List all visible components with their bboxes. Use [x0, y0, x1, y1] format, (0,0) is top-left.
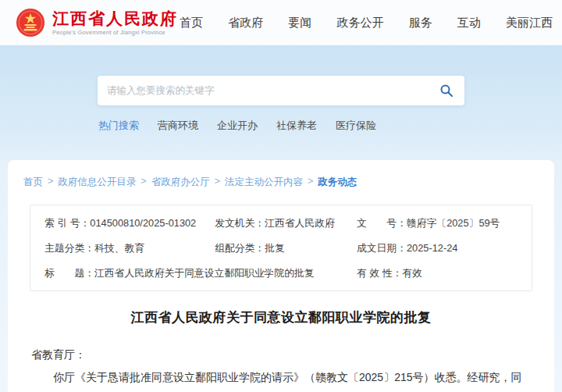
search-hero-section: 热门搜索 营商环境 企业开办 社保养老 医疗保险 — [0, 45, 562, 160]
meta-index-number: 索 引 号：014500810/2025-01302 — [44, 217, 215, 230]
meta-title-label: 标 题： — [44, 267, 94, 279]
site-subtitle: People's Government of Jiangxi Province — [52, 29, 178, 36]
document-title: 江西省人民政府关于同意设立鄱阳职业学院的批复 — [23, 308, 539, 326]
hot-search-label: 热门搜索 — [98, 119, 139, 133]
meta-issuer-value: 江西省人民政府 — [265, 217, 335, 229]
content-card: 首页 > 政府信息公开目录 > 省政府办公厅 > 法定主动公开内容 > 政务动态… — [8, 160, 554, 392]
nav-item-home[interactable]: 首页 — [180, 16, 203, 30]
breadcrumb-separator: > — [215, 176, 220, 189]
hot-tag-business-environment[interactable]: 营商环境 — [158, 119, 198, 133]
breadcrumb-gov-dynamics[interactable]: 政务动态 — [318, 176, 357, 189]
hot-tag-medical-insurance[interactable]: 医疗保险 — [336, 119, 376, 133]
nav-item-gov-affairs[interactable]: 政务公开 — [336, 16, 383, 30]
breadcrumb-home[interactable]: 首页 — [23, 176, 43, 189]
search-button[interactable] — [438, 82, 455, 99]
meta-issuing-agency: 发文机关：江西省人民政府 — [215, 217, 357, 230]
meta-group-value: 批复 — [265, 242, 285, 254]
document-body: 省教育厅： 你厅《关于恳请批准同意设立鄱阳职业学院的请示》（赣教文〔2025〕2… — [31, 344, 531, 392]
meta-date-label: 成文日期： — [357, 242, 407, 254]
breadcrumb-info-directory[interactable]: 政府信息公开目录 — [58, 176, 136, 189]
search-input[interactable] — [107, 85, 438, 96]
breadcrumb-separator: > — [140, 176, 146, 189]
top-nav: 首页 省政府 要闻 政务公开 服务 互动 美丽江西 — [180, 16, 553, 30]
meta-topic-value: 科技、教育 — [94, 242, 144, 254]
meta-valid-value: 有效 — [402, 267, 422, 279]
paragraph-addressee: 省教育厅： — [31, 344, 531, 366]
meta-issue-date: 成文日期：2025-12-24 — [357, 242, 518, 255]
paragraph-approval-intro: 你厅《关于恳请批准同意设立鄱阳职业学院的请示》（赣教文〔2025〕215号）收悉… — [31, 366, 531, 392]
nav-item-news[interactable]: 要闻 — [288, 16, 311, 30]
meta-index-value: 014500810/2025-01302 — [90, 217, 196, 229]
site-header: 江西省人民政府 People's Government of Jiangxi P… — [0, 0, 562, 45]
breadcrumb-separator: > — [308, 176, 313, 189]
nav-item-interaction[interactable]: 互动 — [457, 16, 481, 30]
meta-topic-category: 主题分类：科技、教育 — [44, 242, 215, 255]
meta-docno-value: 赣府字〔2025〕59号 — [407, 217, 500, 229]
search-box — [98, 76, 464, 105]
site-logo[interactable]: 江西省人民政府 People's Government of Jiangxi P… — [16, 8, 178, 37]
hot-search-row: 热门搜索 营商环境 企业开办 社保养老 医疗保险 — [0, 119, 562, 133]
meta-doc-number: 文 号：赣府字〔2025〕59号 — [357, 217, 518, 230]
search-icon — [439, 84, 454, 98]
main-background: 首页 > 政府信息公开目录 > 省政府办公厅 > 法定主动公开内容 > 政务动态… — [0, 160, 562, 392]
hot-tag-social-security[interactable]: 社保养老 — [276, 119, 317, 133]
breadcrumb: 首页 > 政府信息公开目录 > 省政府办公厅 > 法定主动公开内容 > 政务动态 — [23, 176, 539, 189]
meta-issuer-label: 发文机关： — [215, 217, 265, 229]
meta-validity: 有 效 性：有效 — [357, 267, 518, 280]
logo-text: 江西省人民政府 People's Government of Jiangxi P… — [52, 9, 178, 36]
meta-index-label: 索 引 号： — [44, 217, 90, 229]
meta-group-category: 组配分类：批复 — [215, 242, 357, 255]
meta-title: 标 题：江西省人民政府关于同意设立鄱阳职业学院的批复 — [44, 267, 357, 280]
hot-tag-company-setup[interactable]: 企业开办 — [217, 119, 258, 133]
document-meta-table: 索 引 号：014500810/2025-01302 发文机关：江西省人民政府 … — [30, 205, 532, 291]
meta-group-label: 组配分类： — [215, 242, 265, 254]
breadcrumb-general-office[interactable]: 省政府办公厅 — [151, 176, 210, 189]
meta-date-value: 2025-12-24 — [407, 242, 457, 254]
nav-item-provincial-gov[interactable]: 省政府 — [228, 16, 263, 30]
breadcrumb-separator: > — [48, 176, 53, 189]
nav-item-services[interactable]: 服务 — [409, 16, 432, 30]
meta-title-value: 江西省人民政府关于同意设立鄱阳职业学院的批复 — [94, 267, 315, 279]
meta-topic-label: 主题分类： — [44, 242, 94, 254]
national-emblem-icon — [16, 8, 45, 37]
breadcrumb-statutory-disclosure[interactable]: 法定主动公开内容 — [225, 176, 303, 189]
meta-docno-label: 文 号： — [357, 217, 407, 229]
site-title: 江西省人民政府 — [52, 9, 178, 27]
nav-item-beautiful-jiangxi[interactable]: 美丽江西 — [506, 16, 553, 30]
meta-valid-label: 有 效 性： — [357, 267, 402, 279]
